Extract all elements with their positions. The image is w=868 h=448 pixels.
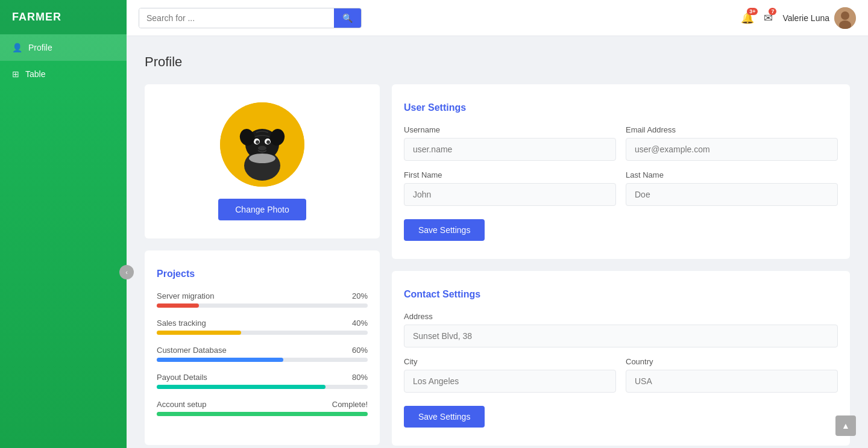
contact-settings-title: Contact Settings: [404, 289, 838, 300]
first-name-group: First Name: [404, 170, 616, 206]
header-right: 🔔 3+ ✉ 7 Valerie Luna: [741, 7, 856, 29]
user-name: Valerie Luna: [782, 13, 829, 23]
username-input[interactable]: [404, 138, 616, 161]
address-label: Address: [404, 312, 838, 321]
email-label: Email Address: [626, 125, 838, 134]
project-percent: 20%: [352, 291, 368, 300]
sidebar-collapse-button[interactable]: ‹: [119, 265, 134, 279]
username-label: Username: [404, 125, 616, 134]
last-name-label: Last Name: [626, 170, 838, 179]
content-area: Profile: [127, 36, 868, 448]
project-item: Server migration 20%: [157, 291, 368, 308]
first-name-input[interactable]: [404, 183, 616, 206]
email-group: Email Address: [626, 125, 838, 161]
project-item: Customer Database 60%: [157, 346, 368, 362]
right-column: User Settings Username Email Address: [392, 84, 850, 446]
contact-settings-save-button[interactable]: Save Settings: [404, 406, 485, 428]
photo-card: Change Photo: [145, 84, 380, 238]
user-settings-title: User Settings: [404, 102, 838, 113]
user-info[interactable]: Valerie Luna: [782, 7, 856, 29]
project-name: Customer Database: [157, 346, 227, 355]
project-item: Payout Details 80%: [157, 373, 368, 389]
city-group: City: [404, 357, 616, 393]
search-input[interactable]: [139, 8, 334, 28]
profile-image: [220, 102, 304, 187]
country-input[interactable]: [626, 370, 838, 393]
avatar: [834, 7, 856, 29]
user-settings-save-button[interactable]: Save Settings: [404, 219, 485, 241]
project-item: Account setup Complete!: [157, 400, 368, 416]
profile-icon: 👤: [12, 43, 22, 52]
progress-bar-bg: [157, 303, 368, 308]
city-country-row: City Country: [404, 357, 838, 393]
mail-notification[interactable]: ✉ 7: [764, 11, 773, 25]
search-icon: 🔍: [342, 13, 353, 23]
mail-badge: 7: [769, 8, 776, 15]
username-group: Username: [404, 125, 616, 161]
change-photo-button[interactable]: Change Photo: [218, 199, 306, 220]
brand-logo: FARMER: [0, 0, 127, 34]
first-name-label: First Name: [404, 170, 616, 179]
sidebar: FARMER 👤 Profile ⊞ Table ‹: [0, 0, 127, 448]
country-label: Country: [626, 357, 838, 366]
project-percent: 40%: [352, 319, 368, 328]
address-group: Address: [404, 312, 838, 347]
project-name: Server migration: [157, 291, 214, 300]
progress-bar-bg: [157, 331, 368, 335]
projects-card: Projects Server migration 20% Sales trac…: [145, 250, 380, 445]
contact-settings-card: Contact Settings Address City: [392, 271, 850, 446]
city-label: City: [404, 357, 616, 366]
progress-bar-fill: [157, 303, 199, 308]
last-name-input[interactable]: [626, 183, 838, 206]
scroll-to-top-button[interactable]: ▲: [835, 415, 856, 436]
project-percent: 60%: [352, 346, 368, 355]
bell-notification[interactable]: 🔔 3+: [741, 11, 754, 25]
avatar-circle: [220, 102, 304, 187]
progress-bar-fill: [157, 358, 283, 362]
page-title: Profile: [145, 54, 850, 70]
username-email-row: Username Email Address: [404, 125, 838, 161]
sidebar-item-profile[interactable]: 👤 Profile: [0, 34, 127, 61]
projects-title: Projects: [157, 269, 368, 279]
project-percent: Complete!: [332, 400, 368, 409]
svg-point-1: [841, 11, 849, 20]
sidebar-item-table[interactable]: ⊞ Table: [0, 61, 127, 87]
projects-list: Server migration 20% Sales tracking 40% …: [157, 291, 368, 416]
header: 🔍 🔔 3+ ✉ 7 Valerie Luna: [127, 0, 868, 36]
address-input[interactable]: [404, 325, 838, 347]
main-area: 🔍 🔔 3+ ✉ 7 Valerie Luna: [127, 0, 868, 448]
search-button[interactable]: 🔍: [334, 8, 361, 28]
name-row: First Name Last Name: [404, 170, 838, 206]
svg-point-11: [258, 146, 266, 151]
bell-badge: 3+: [747, 8, 758, 15]
left-column: Change Photo Projects Server migration 2…: [145, 84, 380, 446]
user-settings-card: User Settings Username Email Address: [392, 84, 850, 259]
search-box: 🔍: [139, 8, 362, 28]
progress-bar-fill: [157, 385, 326, 389]
progress-bar-bg: [157, 412, 368, 416]
svg-point-6: [249, 154, 275, 163]
last-name-group: Last Name: [626, 170, 838, 206]
project-percent: 80%: [352, 373, 368, 382]
svg-point-10: [266, 140, 270, 144]
project-item: Sales tracking 40%: [157, 319, 368, 335]
country-group: Country: [626, 357, 838, 393]
project-name: Payout Details: [157, 373, 207, 382]
progress-bar-fill: [157, 412, 368, 416]
table-icon: ⊞: [12, 69, 19, 79]
email-input[interactable]: [626, 138, 838, 161]
sidebar-label-profile: Profile: [28, 43, 52, 52]
sidebar-label-table: Table: [25, 69, 45, 79]
project-name: Sales tracking: [157, 319, 206, 328]
project-name: Account setup: [157, 400, 206, 409]
svg-point-9: [256, 140, 259, 144]
progress-bar-bg: [157, 385, 368, 389]
progress-bar-fill: [157, 331, 241, 335]
city-input[interactable]: [404, 370, 616, 393]
address-row: Address: [404, 312, 838, 347]
progress-bar-bg: [157, 358, 368, 362]
content-grid: Change Photo Projects Server migration 2…: [145, 84, 850, 446]
